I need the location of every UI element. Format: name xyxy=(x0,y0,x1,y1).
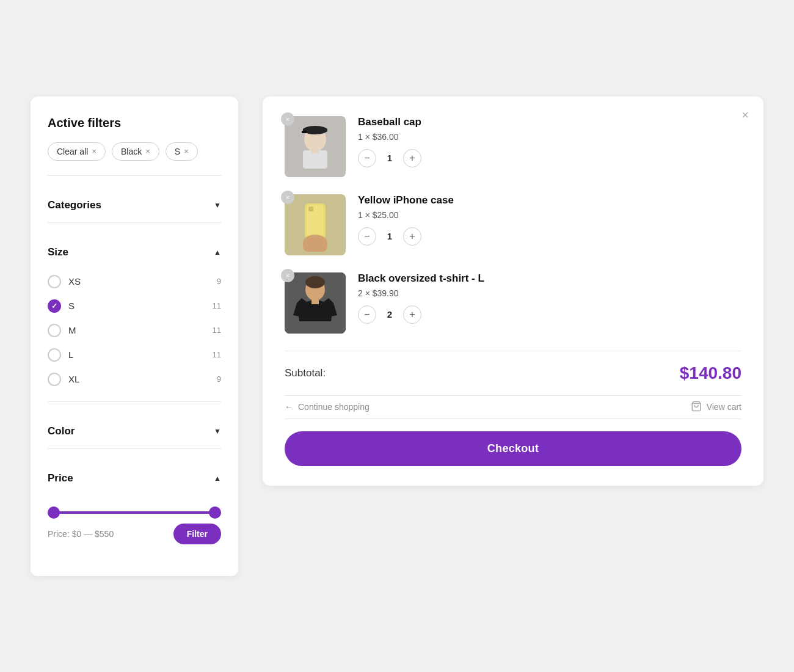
size-s-label: S xyxy=(175,147,180,156)
black-tag[interactable]: Black × xyxy=(112,142,159,161)
cart-item-1-remove[interactable]: × xyxy=(281,112,294,126)
size-xl-count: 9 xyxy=(217,374,221,384)
filter-button[interactable]: Filter xyxy=(173,524,221,544)
categories-arrow: ▼ xyxy=(214,201,221,210)
size-l-label: L xyxy=(68,349,73,360)
cart-item-2-remove[interactable]: × xyxy=(281,191,294,204)
categories-header[interactable]: Categories ▼ xyxy=(48,188,221,222)
cart-item-2-qty-plus[interactable]: + xyxy=(403,227,421,246)
size-label: Size xyxy=(48,246,68,258)
view-cart-label: View cart xyxy=(707,402,741,412)
svg-point-15 xyxy=(305,276,325,288)
size-m-option: M 11 xyxy=(48,318,221,343)
cart-item-1-qty-plus[interactable]: + xyxy=(403,149,421,167)
size-m-label: M xyxy=(68,325,76,335)
clear-all-x[interactable]: × xyxy=(92,147,97,156)
size-options: XS 9 S 11 M 11 xyxy=(48,269,221,401)
price-arrow: ▲ xyxy=(214,474,221,483)
cart-panel: × × Baseball xyxy=(263,97,763,486)
subtotal-label: Subtotal: xyxy=(285,367,326,379)
size-xl-label: XL xyxy=(68,374,79,384)
checkout-button[interactable]: Checkout xyxy=(285,431,741,466)
cart-item-1-qty-value: 1 xyxy=(385,153,395,163)
size-s-count: 11 xyxy=(213,301,221,310)
price-slider-left-thumb[interactable] xyxy=(48,506,60,519)
cart-item-1-name: Baseball cap xyxy=(358,116,741,128)
black-x[interactable]: × xyxy=(145,147,150,156)
price-slider-track[interactable] xyxy=(48,511,221,514)
view-cart-link[interactable]: View cart xyxy=(691,401,741,414)
size-s-tag[interactable]: S × xyxy=(166,142,198,161)
cart-item-1-info: Baseball cap 1 × $36.00 − 1 + xyxy=(358,116,741,167)
color-header[interactable]: Color ▼ xyxy=(48,414,221,448)
price-range-text: Price: $0 — $550 xyxy=(48,529,114,539)
price-label: Price xyxy=(48,472,73,484)
divider-1 xyxy=(48,175,221,176)
size-s-radio[interactable] xyxy=(48,299,61,313)
cart-item-3-qty-value: 2 xyxy=(385,309,395,320)
cart-item-2-image xyxy=(285,194,346,255)
color-arrow: ▼ xyxy=(214,427,221,436)
cart-item-3-qty-plus[interactable]: + xyxy=(403,305,421,324)
cart-item-3-remove[interactable]: × xyxy=(281,269,294,282)
clear-all-label: Clear all xyxy=(57,147,88,156)
divider-3 xyxy=(48,401,221,402)
cart-item-3-img-wrap: × xyxy=(285,272,346,334)
size-l-radio[interactable] xyxy=(48,348,61,362)
size-xl-radio[interactable] xyxy=(48,373,61,386)
svg-rect-12 xyxy=(303,239,327,252)
continue-shopping-link[interactable]: ← Continue shopping xyxy=(285,402,370,412)
price-slider-container: Price: $0 — $550 Filter xyxy=(48,495,221,557)
size-xs-label: XS xyxy=(68,276,81,287)
size-section: Size ▲ XS 9 S 11 xyxy=(48,235,221,401)
cart-item-3-image xyxy=(285,272,346,334)
price-header[interactable]: Price ▲ xyxy=(48,461,221,495)
size-xs-radio[interactable] xyxy=(48,275,61,288)
price-slider-right-thumb[interactable] xyxy=(209,506,221,519)
active-filters-row: Clear all × Black × S × xyxy=(48,142,221,161)
categories-section: Categories ▼ xyxy=(48,188,221,222)
size-xs-option: XS 9 xyxy=(48,269,221,294)
cart-item-3-info: Black oversized t-shirt - L 2 × $39.90 −… xyxy=(358,272,741,324)
active-filters-title: Active filters xyxy=(48,116,221,130)
price-range-row: Price: $0 — $550 Filter xyxy=(48,524,221,544)
cart-item-1-price: 1 × $36.00 xyxy=(358,132,741,142)
price-section: Price ▲ Price: $0 — $550 Filter xyxy=(48,461,221,557)
cart-item-2-qty-minus[interactable]: − xyxy=(358,227,376,246)
size-m-count: 11 xyxy=(213,326,221,335)
cart-item-2-price: 1 × $25.00 xyxy=(358,210,741,220)
cart-close-button[interactable]: × xyxy=(741,109,749,121)
divider-2 xyxy=(48,222,221,223)
cart-item-1-qty-control: − 1 + xyxy=(358,149,741,167)
cart-bag-icon xyxy=(691,401,702,414)
cart-item-3-qty-minus[interactable]: − xyxy=(358,305,376,324)
cart-item-2-qty-value: 1 xyxy=(385,231,395,241)
black-label: Black xyxy=(121,147,142,156)
svg-rect-10 xyxy=(308,206,313,211)
subtotal-row: Subtotal: $140.80 xyxy=(285,363,741,383)
cart-item-1-img-wrap: × xyxy=(285,116,346,177)
cart-item-2-qty-control: − 1 + xyxy=(358,227,741,246)
size-s-x[interactable]: × xyxy=(184,147,189,156)
cart-item-2-name: Yellow iPhone case xyxy=(358,194,741,206)
size-s-option: S 11 xyxy=(48,294,221,318)
size-header[interactable]: Size ▲ xyxy=(48,235,221,269)
cart-item-2-info: Yellow iPhone case 1 × $25.00 − 1 + xyxy=(358,194,741,246)
size-m-radio[interactable] xyxy=(48,324,61,337)
subtotal-value: $140.80 xyxy=(680,363,741,383)
cart-item-1-qty-minus[interactable]: − xyxy=(358,149,376,167)
svg-rect-16 xyxy=(311,299,319,304)
cart-item-1: × Baseball cap 1 × $36.00 xyxy=(285,116,741,177)
cart-item-2: × Yellow iPhone case 1 × $25.00 − xyxy=(285,194,741,255)
continue-shopping-label: Continue shopping xyxy=(298,402,370,412)
clear-all-tag[interactable]: Clear all × xyxy=(48,142,106,161)
filter-panel: Active filters Clear all × Black × S × C… xyxy=(31,97,238,576)
cart-item-2-img-wrap: × xyxy=(285,194,346,255)
cart-item-1-image xyxy=(285,116,346,177)
back-arrow-icon: ← xyxy=(285,402,293,412)
size-l-option: L 11 xyxy=(48,343,221,367)
color-label: Color xyxy=(48,425,75,437)
size-s-value-label: S xyxy=(68,301,75,311)
color-section: Color ▼ xyxy=(48,414,221,448)
size-l-count: 11 xyxy=(213,350,221,359)
